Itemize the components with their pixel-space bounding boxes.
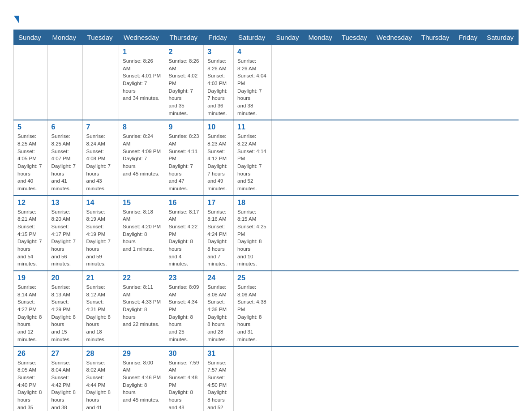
day-info: Sunrise: 8:26 AM Sunset: 4:04 PM Dayligh… xyxy=(237,57,267,117)
calendar-week-row: 26Sunrise: 8:05 AM Sunset: 4:40 PM Dayli… xyxy=(14,347,519,411)
logo-triangle-icon xyxy=(14,16,19,24)
day-info: Sunrise: 7:57 AM Sunset: 4:50 PM Dayligh… xyxy=(207,359,230,411)
calendar-cell: 9Sunrise: 8:23 AM Sunset: 4:11 PM Daylig… xyxy=(165,120,204,195)
day-info: Sunrise: 8:25 AM Sunset: 4:07 PM Dayligh… xyxy=(51,133,79,192)
calendar-cell: 15Sunrise: 8:18 AM Sunset: 4:20 PM Dayli… xyxy=(119,196,165,271)
calendar-cell xyxy=(14,45,48,120)
calendar-cell: 27Sunrise: 8:04 AM Sunset: 4:42 PM Dayli… xyxy=(47,347,82,411)
calendar-cell: 28Sunrise: 8:02 AM Sunset: 4:44 PM Dayli… xyxy=(82,347,119,411)
calendar-cell: 29Sunrise: 8:00 AM Sunset: 4:46 PM Dayli… xyxy=(119,347,165,411)
calendar-cell: 7Sunrise: 8:24 AM Sunset: 4:08 PM Daylig… xyxy=(82,120,119,195)
day-number: 11 xyxy=(237,123,267,131)
col-header-thursday: Thursday xyxy=(416,30,454,45)
day-info: Sunrise: 8:12 AM Sunset: 4:31 PM Dayligh… xyxy=(86,283,115,343)
day-info: Sunrise: 8:11 AM Sunset: 4:33 PM Dayligh… xyxy=(123,283,161,328)
calendar-cell: 21Sunrise: 8:12 AM Sunset: 4:31 PM Dayli… xyxy=(82,271,119,346)
day-info: Sunrise: 8:20 AM Sunset: 4:17 PM Dayligh… xyxy=(51,208,79,268)
calendar-cell: 11Sunrise: 8:22 AM Sunset: 4:14 PM Dayli… xyxy=(234,120,271,195)
calendar-cell: 13Sunrise: 8:20 AM Sunset: 4:17 PM Dayli… xyxy=(47,196,82,271)
day-number: 28 xyxy=(86,350,115,358)
day-number: 19 xyxy=(17,274,44,282)
day-number: 26 xyxy=(17,350,44,358)
calendar-cell: 18Sunrise: 8:15 AM Sunset: 4:25 PM Dayli… xyxy=(234,196,271,271)
col-header-sunday: Sunday xyxy=(14,30,48,45)
day-info: Sunrise: 8:09 AM Sunset: 4:34 PM Dayligh… xyxy=(169,283,200,343)
day-info: Sunrise: 8:13 AM Sunset: 4:29 PM Dayligh… xyxy=(51,283,79,343)
page-header xyxy=(13,9,519,25)
col-header-saturday: Saturday xyxy=(234,30,271,45)
col-header-tuesday: Tuesday xyxy=(82,30,119,45)
day-info: Sunrise: 8:08 AM Sunset: 4:36 PM Dayligh… xyxy=(207,283,230,343)
calendar-cell: 16Sunrise: 8:17 AM Sunset: 4:22 PM Dayli… xyxy=(165,196,204,271)
calendar-cell: 19Sunrise: 8:14 AM Sunset: 4:27 PM Dayli… xyxy=(14,271,48,346)
day-number: 27 xyxy=(51,350,79,358)
day-number: 30 xyxy=(169,350,200,358)
day-info: Sunrise: 8:02 AM Sunset: 4:44 PM Dayligh… xyxy=(86,359,115,411)
day-number: 20 xyxy=(51,274,79,282)
calendar-cell: 10Sunrise: 8:23 AM Sunset: 4:12 PM Dayli… xyxy=(204,120,234,195)
col-header-monday: Monday xyxy=(304,30,337,45)
calendar-cell: 24Sunrise: 8:08 AM Sunset: 4:36 PM Dayli… xyxy=(204,271,234,346)
day-number: 15 xyxy=(123,199,161,207)
day-info: Sunrise: 8:26 AM Sunset: 4:03 PM Dayligh… xyxy=(207,57,230,117)
calendar-cell: 1Sunrise: 8:26 AM Sunset: 4:01 PM Daylig… xyxy=(119,45,165,120)
calendar-cell: 31Sunrise: 7:57 AM Sunset: 4:50 PM Dayli… xyxy=(204,347,234,411)
day-info: Sunrise: 8:23 AM Sunset: 4:12 PM Dayligh… xyxy=(207,133,230,192)
day-number: 24 xyxy=(207,274,230,282)
calendar-cell: 20Sunrise: 8:13 AM Sunset: 4:29 PM Dayli… xyxy=(47,271,82,346)
calendar-week-row: 19Sunrise: 8:14 AM Sunset: 4:27 PM Dayli… xyxy=(14,271,519,346)
day-number: 31 xyxy=(207,350,230,358)
day-number: 21 xyxy=(86,274,115,282)
col-header-sunday: Sunday xyxy=(271,30,304,45)
calendar-cell: 17Sunrise: 8:16 AM Sunset: 4:24 PM Dayli… xyxy=(204,196,234,271)
col-header-monday: Monday xyxy=(47,30,82,45)
day-info: Sunrise: 7:59 AM Sunset: 4:48 PM Dayligh… xyxy=(169,359,200,411)
calendar-week-row: 1Sunrise: 8:26 AM Sunset: 4:01 PM Daylig… xyxy=(14,45,519,120)
calendar-cell: 12Sunrise: 8:21 AM Sunset: 4:15 PM Dayli… xyxy=(14,196,48,271)
day-number: 3 xyxy=(207,48,230,56)
calendar-cell: 26Sunrise: 8:05 AM Sunset: 4:40 PM Dayli… xyxy=(14,347,48,411)
day-number: 1 xyxy=(123,48,161,56)
day-info: Sunrise: 8:05 AM Sunset: 4:40 PM Dayligh… xyxy=(17,359,44,411)
calendar-cell: 2Sunrise: 8:26 AM Sunset: 4:02 PM Daylig… xyxy=(165,45,204,120)
day-info: Sunrise: 8:26 AM Sunset: 4:01 PM Dayligh… xyxy=(123,57,161,102)
calendar-cell xyxy=(47,45,82,120)
day-number: 25 xyxy=(237,274,267,282)
day-number: 9 xyxy=(169,123,200,131)
col-header-saturday: Saturday xyxy=(482,30,518,45)
day-number: 12 xyxy=(17,199,44,207)
calendar-cell: 6Sunrise: 8:25 AM Sunset: 4:07 PM Daylig… xyxy=(47,120,82,195)
day-number: 2 xyxy=(169,48,200,56)
col-header-friday: Friday xyxy=(454,30,482,45)
calendar-cell xyxy=(82,45,119,120)
calendar-cell xyxy=(234,347,271,411)
day-info: Sunrise: 8:26 AM Sunset: 4:02 PM Dayligh… xyxy=(169,57,200,117)
day-number: 22 xyxy=(123,274,161,282)
day-info: Sunrise: 8:00 AM Sunset: 4:46 PM Dayligh… xyxy=(123,359,161,404)
col-header-thursday: Thursday xyxy=(165,30,204,45)
day-info: Sunrise: 8:04 AM Sunset: 4:42 PM Dayligh… xyxy=(51,359,79,411)
day-info: Sunrise: 8:19 AM Sunset: 4:19 PM Dayligh… xyxy=(86,208,115,268)
day-info: Sunrise: 8:17 AM Sunset: 4:22 PM Dayligh… xyxy=(169,208,200,268)
day-info: Sunrise: 8:15 AM Sunset: 4:25 PM Dayligh… xyxy=(237,208,267,268)
day-info: Sunrise: 8:21 AM Sunset: 4:15 PM Dayligh… xyxy=(17,208,44,268)
day-number: 17 xyxy=(207,199,230,207)
day-number: 16 xyxy=(169,199,200,207)
calendar-cell: 30Sunrise: 7:59 AM Sunset: 4:48 PM Dayli… xyxy=(165,347,204,411)
col-header-tuesday: Tuesday xyxy=(337,30,372,45)
day-number: 29 xyxy=(123,350,161,358)
day-number: 10 xyxy=(207,123,230,131)
calendar-cell: 14Sunrise: 8:19 AM Sunset: 4:19 PM Dayli… xyxy=(82,196,119,271)
calendar-cell: 25Sunrise: 8:06 AM Sunset: 4:38 PM Dayli… xyxy=(234,271,271,346)
day-info: Sunrise: 8:06 AM Sunset: 4:38 PM Dayligh… xyxy=(237,283,267,343)
day-info: Sunrise: 8:18 AM Sunset: 4:20 PM Dayligh… xyxy=(123,208,161,253)
col-header-friday: Friday xyxy=(204,30,234,45)
day-number: 14 xyxy=(86,199,115,207)
calendar-cell: 22Sunrise: 8:11 AM Sunset: 4:33 PM Dayli… xyxy=(119,271,165,346)
calendar-cell: 3Sunrise: 8:26 AM Sunset: 4:03 PM Daylig… xyxy=(204,45,234,120)
calendar-cell: 5Sunrise: 8:25 AM Sunset: 4:05 PM Daylig… xyxy=(14,120,48,195)
day-info: Sunrise: 8:24 AM Sunset: 4:09 PM Dayligh… xyxy=(123,133,161,177)
day-number: 7 xyxy=(86,123,115,131)
day-number: 23 xyxy=(169,274,200,282)
day-info: Sunrise: 8:24 AM Sunset: 4:08 PM Dayligh… xyxy=(86,133,115,192)
